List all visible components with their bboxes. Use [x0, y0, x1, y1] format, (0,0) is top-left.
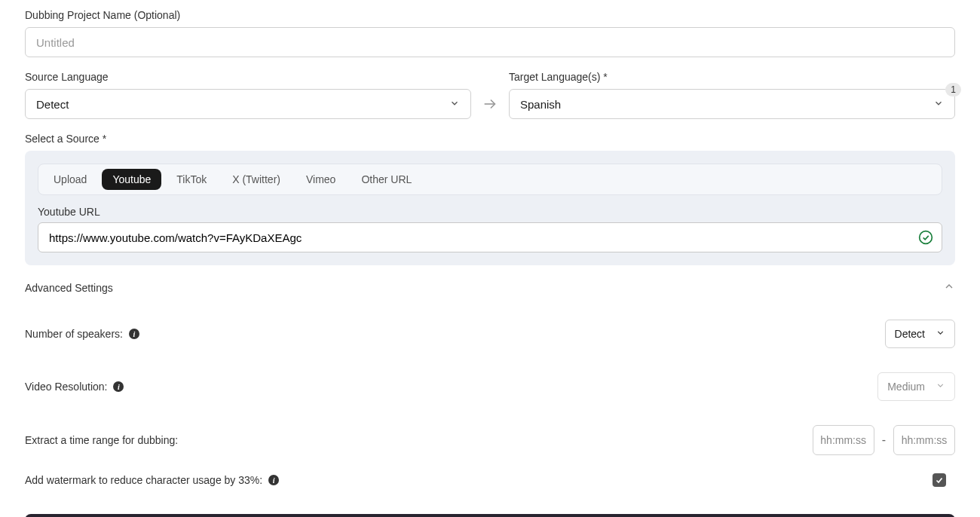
- youtube-url-input[interactable]: [38, 222, 942, 252]
- source-language-label: Source Language: [25, 71, 471, 83]
- advanced-settings-label: Advanced Settings: [25, 282, 113, 294]
- resolution-label: Video Resolution:: [25, 381, 107, 393]
- create-button[interactable]: Create: [25, 514, 955, 517]
- source-language-value: Detect: [36, 98, 69, 111]
- project-name-input[interactable]: [25, 27, 955, 57]
- arrow-right-icon: [482, 89, 498, 119]
- time-end-input[interactable]: [893, 425, 955, 455]
- target-language-select[interactable]: Spanish 1: [509, 89, 955, 119]
- project-name-label: Dubbing Project Name (Optional): [25, 9, 955, 21]
- chevron-down-icon: [933, 98, 944, 111]
- watermark-label: Add watermark to reduce character usage …: [25, 474, 262, 486]
- time-range-separator: -: [882, 433, 886, 447]
- select-source-label: Select a Source *: [25, 133, 955, 145]
- tab-tiktok[interactable]: TikTok: [166, 169, 217, 190]
- info-icon[interactable]: i: [268, 475, 279, 485]
- resolution-value: Medium: [887, 381, 925, 393]
- speakers-value: Detect: [895, 328, 925, 340]
- info-icon[interactable]: i: [113, 381, 124, 392]
- youtube-url-label: Youtube URL: [38, 206, 942, 218]
- target-language-value: Spanish: [520, 98, 561, 111]
- valid-check-icon: [918, 230, 933, 245]
- tab-twitter[interactable]: X (Twitter): [222, 169, 291, 190]
- svg-point-1: [920, 231, 933, 244]
- speakers-select[interactable]: Detect: [885, 320, 955, 348]
- tab-vimeo[interactable]: Vimeo: [296, 169, 346, 190]
- chevron-down-icon: [936, 381, 945, 393]
- info-icon[interactable]: i: [129, 329, 139, 339]
- speakers-label: Number of speakers:: [25, 328, 123, 340]
- chevron-down-icon: [449, 98, 460, 111]
- target-language-label: Target Language(s) *: [509, 71, 955, 83]
- tab-upload[interactable]: Upload: [43, 169, 97, 190]
- timerange-label: Extract a time range for dubbing:: [25, 434, 178, 446]
- advanced-settings-toggle[interactable]: Advanced Settings: [25, 280, 955, 295]
- chevron-up-icon: [943, 280, 955, 295]
- target-language-count-badge: 1: [945, 83, 961, 96]
- chevron-down-icon: [936, 328, 945, 340]
- source-tabs: Upload Youtube TikTok X (Twitter) Vimeo …: [38, 164, 942, 195]
- resolution-select[interactable]: Medium: [877, 372, 955, 401]
- source-language-select[interactable]: Detect: [25, 89, 471, 119]
- tab-other-url[interactable]: Other URL: [351, 169, 422, 190]
- watermark-checkbox[interactable]: [933, 473, 946, 487]
- tab-youtube[interactable]: Youtube: [102, 169, 161, 190]
- time-start-input[interactable]: [813, 425, 874, 455]
